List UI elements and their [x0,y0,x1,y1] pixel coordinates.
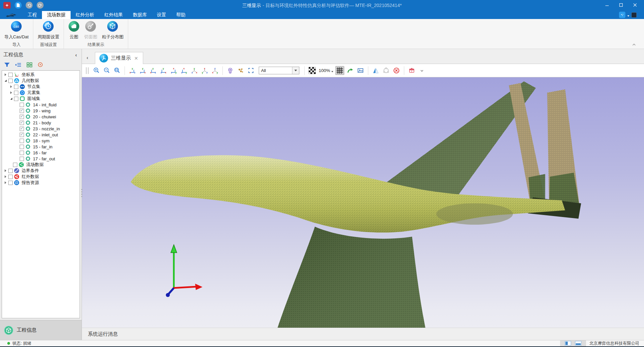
layout-bottom-icon[interactable] [575,341,581,346]
tree-checkbox[interactable] [14,85,18,89]
zoom-out-button[interactable] [102,66,111,75]
zoom-percent-dropdown[interactable]: 100% [319,68,333,74]
tree-checkbox[interactable] [20,157,24,161]
dark-swatch-icon[interactable] [631,12,637,18]
tree-checkbox[interactable] [8,73,13,77]
tree-checkbox[interactable] [13,163,17,167]
outline-list-icon[interactable] [15,62,21,69]
tree-row[interactable]: 报告资源 [2,180,80,186]
tree-expand-collapsed-icon[interactable] [3,73,8,76]
tree-expand-collapsed-icon[interactable] [3,175,8,178]
tree-expand-collapsed-icon[interactable] [3,169,8,172]
menu-item-红外结果[interactable]: 红外结果 [99,11,128,19]
tree-checkbox[interactable] [8,181,13,185]
undo-button[interactable] [26,2,33,9]
tree-expand-collapsed-icon[interactable] [9,91,13,94]
app-menu-button[interactable] [3,2,11,9]
molecule-button[interactable] [236,66,245,75]
view-orientation-9-button[interactable]: zxy [210,66,219,75]
ribbon-button-粒子分布图[interactable]: 粒子分布图 [100,20,126,41]
chevron-down-button[interactable] [418,66,427,75]
mirror-button[interactable] [371,66,380,75]
tree-checkbox[interactable] [20,145,24,149]
export-arrow-button[interactable] [346,66,355,75]
maximize-button[interactable] [614,1,628,9]
panel-collapse-button[interactable]: ‹ [74,52,78,58]
view-orientation-1-button[interactable]: yxz [128,66,137,75]
tree-row[interactable]: 18 - sym [2,138,80,144]
tree-row[interactable]: 15 - far_in [2,144,80,150]
tree-checkbox[interactable] [8,175,13,179]
tree-checkbox[interactable] [14,91,18,95]
tree-row[interactable]: 20 - chuiwei [2,114,80,120]
tree-checkbox[interactable] [20,133,24,137]
grid-toggle-button[interactable] [335,66,344,75]
filter-funnel-icon[interactable] [4,62,10,69]
opacity-checker-button[interactable] [308,66,317,75]
cancel-red-button[interactable] [392,66,401,75]
tree-checkbox[interactable] [20,109,24,113]
tree-expand-expanded-icon[interactable] [3,80,8,82]
view-orientation-7-button[interactable]: yzx [190,66,199,75]
view-orientation-3-button[interactable]: yxz [149,66,158,75]
minimize-button[interactable] [600,1,614,9]
tree-checkbox[interactable] [20,103,24,107]
zoom-fit-button[interactable] [113,66,122,75]
tree-row[interactable]: 几何数据 [2,78,80,84]
viewport-3d[interactable] [82,77,644,328]
tree-row[interactable]: 元素集 [2,90,80,96]
theme-color-icon[interactable] [619,12,625,18]
ribbon-collapse-button[interactable] [632,41,636,47]
tree-row[interactable]: 19 - wing [2,108,80,114]
tree-row[interactable]: 23 - nozzle_in [2,126,80,132]
tree-row[interactable]: 22 - inlet_out [2,132,80,138]
tab-scroll-left-button[interactable]: ‹ [87,55,90,64]
view-orientation-5-button[interactable]: xzy [169,66,178,75]
tree-row[interactable]: 17 - far_out [2,156,80,162]
tree-checkbox[interactable] [8,79,13,83]
panel-splitter-handle[interactable] [81,189,83,204]
menu-item-流场数据[interactable]: 流场数据 [42,11,71,19]
menu-item-设置[interactable]: 设置 [152,11,171,19]
grid-view-icon[interactable] [27,62,32,69]
tree-checkbox[interactable] [20,121,24,125]
select-box-button[interactable] [246,66,255,75]
display-rings-button[interactable] [382,66,391,75]
snapshot-image-button[interactable] [356,66,365,75]
tree-checkbox[interactable] [14,97,18,101]
tree-row[interactable]: 14 - int_fluid [2,102,80,108]
tree-expand-expanded-icon[interactable] [9,98,13,100]
tree-row[interactable]: 21 - body [2,120,80,126]
layout-split-icon[interactable] [565,341,571,346]
combobox-dropdown-icon[interactable] [292,67,299,74]
tree-row[interactable]: 流场数据 [2,162,80,168]
view-orientation-6-button[interactable]: xzy [179,66,188,75]
selection-filter-combobox[interactable]: All [259,67,299,74]
project-info-bottom-button[interactable]: 工程信息 [0,320,82,340]
close-button[interactable] [628,1,642,9]
toolbar-drag-handle[interactable] [86,67,89,74]
tree-checkbox[interactable] [20,139,24,143]
tree-checkbox[interactable] [20,127,24,131]
redo-button[interactable] [37,2,44,9]
tree-row[interactable]: 红外数据 [2,174,80,180]
tree-row[interactable]: 边界条件 [2,168,80,174]
tree-row[interactable]: 节点集 [2,84,80,90]
view-orientation-8-button[interactable]: xyz [200,66,209,75]
tree-checkbox[interactable] [20,151,24,155]
ribbon-button-周期面设置[interactable]: 周期面设置 [35,20,62,41]
tab-close-icon[interactable]: ✕ [134,56,139,61]
tree-expand-collapsed-icon[interactable] [9,85,13,88]
ribbon-button-导入Cas/Dat[interactable]: cas导入Cas/Dat [2,20,31,41]
view-orientation-2-button[interactable]: yzx [138,66,147,75]
menu-item-工程[interactable]: 工程 [23,11,42,19]
view-orientation-4-button[interactable]: yzx [159,66,168,75]
locate-target-icon[interactable] [38,62,43,69]
menu-item-帮助[interactable]: 帮助 [171,11,190,19]
ribbon-button-云图[interactable]: 云图 [66,20,82,41]
tree-row[interactable]: 面域集 [2,96,80,102]
menu-item-红外分析[interactable]: 红外分析 [71,11,99,19]
menu-item-数据库[interactable]: 数据库 [128,11,152,19]
tree-row[interactable]: 16 - far [2,150,80,156]
section-box-button[interactable] [407,66,416,75]
